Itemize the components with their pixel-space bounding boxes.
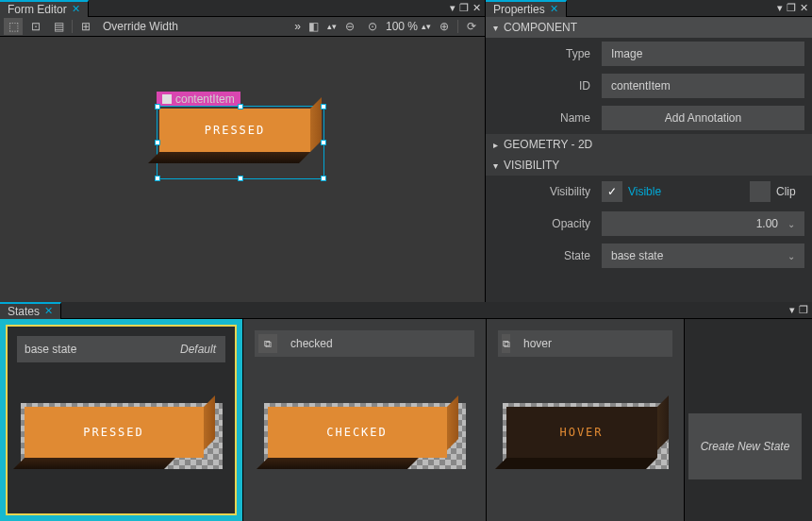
expand-icon: ▸	[493, 140, 498, 150]
tab-label: Properties	[493, 3, 545, 16]
collapse-icon: ▾	[493, 23, 498, 33]
stepper-icon[interactable]: ▴▾	[327, 22, 337, 31]
item-badge-text: contentItem	[175, 92, 235, 106]
opacity-input[interactable]: 1.00 ⌄	[602, 211, 804, 236]
check-icon: ✓	[607, 185, 617, 198]
tool-a[interactable]: ◧	[305, 18, 323, 35]
default-badge: Default	[180, 343, 225, 356]
restore-icon[interactable]: ❐	[459, 2, 469, 14]
resize-handle[interactable]	[238, 176, 243, 181]
tool-snap[interactable]: ⊞	[76, 18, 95, 35]
link-icon[interactable]: ⧉	[502, 334, 510, 353]
tab-properties[interactable]: Properties ✕	[486, 0, 567, 17]
visibility-checkbox[interactable]: ✓	[602, 181, 622, 202]
zoom-in-icon[interactable]: ⊕	[435, 18, 454, 35]
tab-label: Form Editor	[8, 3, 67, 16]
state-dropdown[interactable]: base state ⌄	[602, 244, 804, 268]
selection-box[interactable]: PRESSED	[157, 106, 324, 179]
pressed-button-preview[interactable]: PRESSED	[159, 109, 310, 152]
resize-handle[interactable]	[321, 140, 326, 145]
pressed-label: PRESSED	[205, 124, 266, 137]
state-preview-pressed: PRESSED	[25, 407, 204, 458]
tab-states[interactable]: States ✕	[0, 302, 61, 319]
resize-handle[interactable]	[155, 176, 160, 181]
zoom-reset-icon[interactable]: ⊙	[363, 18, 382, 35]
refresh-icon[interactable]: ⟳	[462, 18, 481, 35]
zoom-out-icon[interactable]: ⊖	[340, 18, 359, 35]
tab-label: States	[8, 305, 40, 318]
chevron-down-icon: ⌄	[787, 251, 795, 261]
minimize-icon[interactable]: ▾	[789, 304, 795, 316]
minimize-icon[interactable]: ▾	[450, 2, 456, 14]
resize-handle[interactable]	[321, 104, 326, 109]
close-icon[interactable]: ✕	[72, 3, 80, 15]
restore-icon[interactable]: ❐	[799, 304, 808, 316]
section-component[interactable]: ▾ COMPONENT	[486, 17, 812, 38]
close-icon[interactable]: ✕	[44, 305, 53, 317]
collapse-icon: ▾	[493, 160, 498, 171]
section-visibility[interactable]: ▾ VISIBILITY	[486, 155, 812, 176]
minimize-icon[interactable]: ▾	[777, 2, 783, 14]
state-preview-checked: CHECKED	[268, 407, 447, 458]
tool-select[interactable]: ⬚	[4, 18, 23, 35]
prop-id-input[interactable]: contentItem	[602, 74, 804, 98]
state-card-base[interactable]: Default PRESSED	[0, 319, 243, 521]
section-geometry[interactable]: ▸ GEOMETRY - 2D	[486, 134, 812, 155]
prop-visibility-label: Visibility	[493, 185, 602, 198]
prop-opacity-label: Opacity	[493, 217, 602, 230]
close-icon[interactable]: ✕	[550, 3, 558, 15]
resize-handle[interactable]	[238, 104, 243, 109]
tool-anchors[interactable]: ⊡	[26, 18, 45, 35]
prop-type-label: Type	[493, 47, 602, 60]
visible-toggle[interactable]: Visible	[628, 185, 661, 198]
tab-form-editor[interactable]: Form Editor ✕	[0, 0, 89, 17]
section-label: VISIBILITY	[504, 159, 559, 172]
clip-checkbox[interactable]	[750, 181, 771, 202]
add-annotation-button[interactable]: Add Annotation	[602, 106, 804, 130]
state-name-input[interactable]	[17, 343, 174, 356]
close-window-icon[interactable]: ✕	[472, 2, 481, 14]
close-window-icon[interactable]: ✕	[800, 2, 808, 14]
item-badge[interactable]: contentItem	[157, 92, 240, 107]
zoom-stepper-icon[interactable]: ▴▾	[422, 22, 431, 31]
override-width-label[interactable]: Override Width	[103, 20, 178, 33]
clip-label: Clip	[776, 185, 804, 198]
prop-state-label: State	[493, 249, 602, 262]
prop-type-value: Image	[602, 42, 804, 66]
section-label: GEOMETRY - 2D	[504, 138, 592, 151]
form-canvas[interactable]: contentItem PRESSED	[0, 37, 485, 302]
resize-handle[interactable]	[155, 140, 160, 145]
link-icon[interactable]: ⧉	[258, 334, 277, 353]
state-card-checked[interactable]: ⧉ CHECKED	[243, 319, 487, 521]
chevron-down-icon[interactable]: ⌄	[787, 219, 795, 229]
state-name-input[interactable]	[516, 337, 672, 350]
section-label: COMPONENT	[504, 21, 577, 34]
resize-handle[interactable]	[155, 104, 160, 109]
restore-icon[interactable]: ❐	[787, 2, 796, 14]
prop-id-label: ID	[493, 79, 602, 92]
resize-handle[interactable]	[321, 176, 326, 181]
tool-bounds[interactable]: ▤	[49, 18, 68, 35]
state-card-hover[interactable]: ⧉ HOVER	[487, 319, 685, 521]
zoom-value: 100 %	[386, 20, 418, 33]
image-icon	[162, 94, 172, 104]
create-new-state-button[interactable]: Create New State	[688, 413, 802, 479]
prop-name-label: Name	[493, 111, 602, 125]
state-preview-hover: HOVER	[506, 407, 657, 458]
more-icon[interactable]: »	[294, 20, 301, 33]
state-name-input[interactable]	[283, 337, 474, 350]
